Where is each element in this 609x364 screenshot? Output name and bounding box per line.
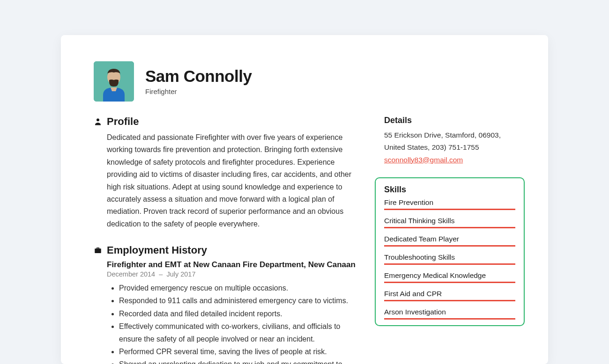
- employment-header: Employment History: [94, 244, 362, 256]
- skill-bar: [384, 282, 515, 283]
- skill-item: First Aid and CPR: [384, 290, 515, 301]
- skill-item: Dedicated Team Player: [384, 235, 515, 247]
- avatar: [94, 61, 134, 102]
- profile-section: Profile Dedicated and passionate Firefig…: [94, 116, 362, 230]
- profile-body: Dedicated and passionate Firefighter wit…: [107, 131, 362, 230]
- resume-card: Sam Connolly Firefighter Profile Dedicat…: [61, 35, 548, 364]
- skills-section: Skills Fire PreventionCritical Thinking …: [375, 177, 525, 326]
- profile-title: Profile: [107, 116, 139, 128]
- job-dates: December 2014 – July 2017: [107, 270, 362, 278]
- bullet-item: Effectively communicated with co-workers…: [119, 320, 362, 345]
- name-block: Sam Connolly Firefighter: [145, 67, 252, 95]
- resume-header: Sam Connolly Firefighter: [94, 61, 515, 102]
- employment-title: Employment History: [107, 244, 207, 256]
- details-title: Details: [384, 116, 515, 125]
- skill-name: Dedicated Team Player: [384, 235, 515, 243]
- skill-item: Critical Thinking Skills: [384, 217, 515, 228]
- skill-name: First Aid and CPR: [384, 290, 515, 298]
- bullet-item: Performed CPR several time, saving the l…: [119, 345, 362, 358]
- details-section: Details 55 Erickson Drive, Stamford, 069…: [384, 116, 515, 166]
- skill-item: Emergency Medical Knowledge: [384, 271, 515, 283]
- details-address: 55 Erickson Drive, Stamford, 06903, Unit…: [384, 129, 515, 154]
- skill-item: Arson Investigation: [384, 308, 515, 320]
- briefcase-icon: [94, 246, 102, 255]
- side-column: Details 55 Erickson Drive, Stamford, 069…: [384, 116, 515, 364]
- content-columns: Profile Dedicated and passionate Firefig…: [94, 116, 515, 364]
- skill-item: Fire Prevention: [384, 198, 515, 210]
- bullet-item: Provided emergency rescue on multiple oc…: [119, 282, 362, 294]
- skill-name: Critical Thinking Skills: [384, 217, 515, 225]
- skill-bar: [384, 209, 515, 210]
- skill-name: Troubleshooting Skills: [384, 253, 515, 262]
- bullet-item: Showed an unrelenting dedication to my j…: [119, 358, 362, 364]
- skill-bar: [384, 245, 515, 247]
- skill-bar: [384, 227, 515, 228]
- date-dash: –: [159, 270, 163, 278]
- skill-bar: [384, 318, 515, 320]
- skill-bar: [384, 300, 515, 301]
- person-icon: [94, 117, 102, 126]
- start-date: December 2014: [107, 270, 155, 278]
- end-date: July 2017: [166, 270, 195, 278]
- skill-name: Emergency Medical Knowledge: [384, 271, 515, 280]
- job-title: Firefighter and EMT at New Canaan Fire D…: [107, 260, 362, 269]
- person-name: Sam Connolly: [145, 67, 252, 86]
- skill-name: Fire Prevention: [384, 198, 515, 207]
- skill-item: Troubleshooting Skills: [384, 253, 515, 265]
- job-bullets: Provided emergency rescue on multiple oc…: [107, 282, 362, 364]
- skill-name: Arson Investigation: [384, 308, 515, 316]
- svg-point-2: [97, 118, 99, 121]
- skills-title: Skills: [384, 185, 515, 195]
- profile-header: Profile: [94, 116, 362, 128]
- bullet-item: Recorded data and filed detailed inciden…: [119, 307, 362, 320]
- skill-bar: [384, 263, 515, 265]
- bullet-item: Responded to 911 calls and administered …: [119, 294, 362, 307]
- employment-section: Employment History Firefighter and EMT a…: [94, 244, 362, 364]
- main-column: Profile Dedicated and passionate Firefig…: [94, 116, 362, 364]
- person-role: Firefighter: [145, 87, 252, 95]
- email-link[interactable]: sconnolly83@gmail.com: [384, 156, 463, 164]
